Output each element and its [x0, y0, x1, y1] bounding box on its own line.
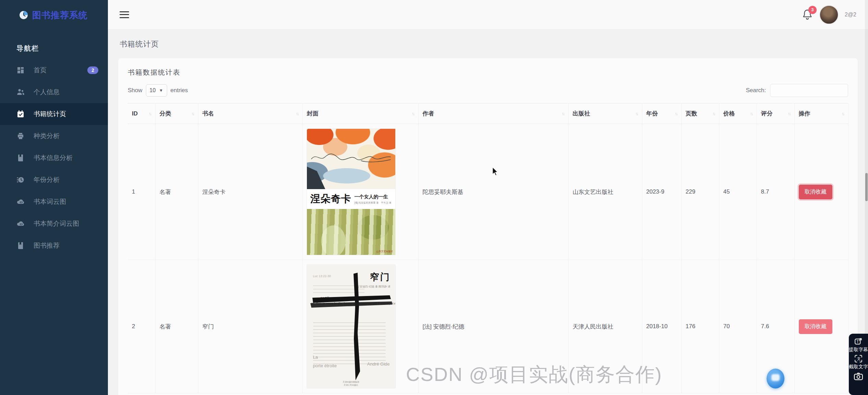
menu-toggle-icon[interactable] [120, 11, 129, 18]
page-size-value: 10 [150, 87, 156, 94]
sort-icon [149, 111, 151, 116]
sidebar-item-intro-wordcloud[interactable]: 书本简介词云图 [0, 213, 108, 235]
app-title: 图书推荐系统 [32, 9, 88, 21]
sidebar-item-book-recommend[interactable]: 图书推荐 [0, 235, 108, 257]
top-navbar: 3 2@2 [108, 0, 868, 29]
book-cover-image: Luc 13:22-30 窄门 [法] 安德烈·纪德 著 顾琪静 译 24 Ef… [307, 265, 395, 388]
books-table: ID 分类 书名 封面 作者 出版社 年份 页数 价格 评分 操作 [128, 103, 848, 393]
sidebar-item-label: 首页 [34, 66, 47, 75]
cell-author: 陀思妥耶夫斯基 [418, 124, 568, 260]
grid-icon [16, 66, 25, 74]
unfavorite-button[interactable]: 取消收藏 [799, 319, 832, 334]
camera-icon [853, 371, 864, 382]
cell-year: 2018-10 [642, 260, 681, 393]
show-label: Show [128, 87, 142, 94]
sidebar-item-category-analysis[interactable]: 种类分析 [0, 125, 108, 147]
table-controls: Show 10 ▼ entries Search: [128, 84, 848, 97]
cell-pages: 229 [681, 124, 719, 260]
brand-logo[interactable]: 图书推荐系统 [0, 0, 108, 30]
scrollbar-thumb[interactable] [865, 173, 868, 201]
signature-flourish [310, 150, 393, 164]
sort-icon [191, 111, 194, 116]
sidebar-item-home[interactable]: 首页 2 [0, 59, 108, 81]
sidebar-item-book-info-analysis[interactable]: 书本信息分析 [0, 147, 108, 169]
cell-year: 2023-9 [642, 124, 681, 260]
cell-actions: 取消收藏 [794, 260, 848, 393]
cell-title: 涅朵奇卡 [198, 124, 302, 260]
sort-icon [842, 111, 844, 116]
cell-price: 45 [719, 124, 757, 260]
clock-logo-icon [19, 11, 28, 20]
sidebar-item-book-stats[interactable]: 书籍统计页 [0, 103, 108, 125]
search-input[interactable] [770, 84, 848, 97]
chevron-down-icon: ▼ [159, 88, 163, 93]
column-header-id[interactable]: ID [128, 103, 155, 124]
cell-publisher: 天津人民出版社 [568, 260, 642, 393]
cover-title: 涅朵奇卡 [310, 192, 351, 206]
notifications-button[interactable]: 3 [802, 9, 813, 21]
sort-icon [712, 111, 715, 116]
column-header-pages[interactable]: 页数 [681, 103, 719, 124]
word-cloud-icon [16, 220, 25, 228]
cell-cover: 涅朵奇卡 一个女人的一生 [俄] 陀思妥耶夫斯基 著 于大卫 译 山东文艺出版社 [302, 124, 418, 260]
sidebar-item-year-analysis[interactable]: 年份分析 [0, 169, 108, 191]
username-label: 2@2 [845, 12, 856, 18]
scrollbar-track[interactable] [865, 0, 868, 395]
sidebar-item-profile[interactable]: 个人信息 [0, 81, 108, 103]
screenshot-button[interactable] [853, 371, 864, 382]
page-title: 书籍统计页 [108, 29, 868, 57]
avatar[interactable] [819, 5, 839, 24]
cell-category: 名著 [155, 124, 198, 260]
sidebar: 图书推荐系统 导航栏 首页 2 个人信息 书籍统计页 [0, 0, 108, 395]
page-size-select[interactable]: 10 ▼ [146, 84, 167, 97]
sidebar-item-label: 书本词云图 [34, 197, 66, 206]
cell-rating: 8.7 [757, 124, 794, 260]
stats-card: 书籍数据统计表 Show 10 ▼ entries Search: [118, 58, 858, 395]
column-header-rating[interactable]: 评分 [757, 103, 794, 124]
cell-id: 2 [128, 260, 155, 393]
sidebar-item-book-wordcloud[interactable]: 书本词云图 [0, 191, 108, 213]
printer-icon [16, 132, 25, 140]
sort-icon [675, 111, 677, 116]
sidebar-item-label: 年份分析 [34, 175, 60, 184]
floating-assistant-bubble[interactable] [767, 369, 784, 388]
sort-icon [635, 111, 638, 116]
column-header-actions[interactable]: 操作 [794, 103, 848, 124]
book-icon [16, 242, 25, 250]
book-cover-image: 涅朵奇卡 一个女人的一生 [俄] 陀思妥耶夫斯基 著 于大卫 译 山东文艺出版社 [307, 129, 395, 255]
cell-category: 名著 [155, 260, 198, 393]
cell-publisher: 山东文艺出版社 [568, 124, 642, 260]
card-title: 书籍数据统计表 [128, 68, 848, 77]
home-count-badge: 2 [87, 66, 98, 74]
sort-icon [750, 111, 753, 116]
column-header-year[interactable]: 年份 [642, 103, 681, 124]
sort-icon [562, 111, 564, 116]
column-header-author[interactable]: 作者 [418, 103, 568, 124]
main-area: 3 2@2 书籍统计页 书籍数据统计表 Show 10 ▼ entries [108, 0, 868, 395]
svg-text:T: T [857, 340, 859, 344]
column-header-publisher[interactable]: 出版社 [568, 103, 642, 124]
users-icon [16, 88, 25, 96]
cell-id: 1 [128, 124, 155, 260]
sidebar-section-title: 导航栏 [16, 44, 108, 53]
book-icon [16, 154, 25, 162]
svg-text:文: 文 [857, 357, 861, 361]
cover-author-line: [俄] 陀思妥耶夫斯基 著 于大卫 译 [355, 201, 392, 205]
column-header-category[interactable]: 分类 [155, 103, 198, 124]
column-header-title[interactable]: 书名 [198, 103, 302, 124]
ocr-brackets-icon: 文 [854, 354, 863, 363]
cell-price: 70 [719, 260, 757, 393]
sort-icon [412, 111, 414, 116]
column-header-price[interactable]: 价格 [719, 103, 757, 124]
app-root: 图书推荐系统 导航栏 首页 2 个人信息 书籍统计页 [0, 0, 868, 395]
unfavorite-button[interactable]: 取消收藏 [799, 185, 832, 199]
table-row: 2 名著 窄门 Luc 13:22-30 窄门 [法] 安德烈·纪德 著 顾琪静… [128, 260, 848, 393]
cell-author: [法] 安德烈·纪德 [418, 260, 568, 393]
sidebar-item-label: 书本信息分析 [34, 153, 73, 162]
sort-icon [296, 111, 298, 116]
table-header-row: ID 分类 书名 封面 作者 出版社 年份 页数 价格 评分 操作 [128, 103, 848, 124]
column-header-cover[interactable]: 封面 [302, 103, 418, 124]
sidebar-item-label: 图书推荐 [34, 241, 60, 250]
sidebar-item-label: 个人信息 [34, 88, 60, 97]
sidebar-item-label: 书籍统计页 [34, 110, 66, 119]
